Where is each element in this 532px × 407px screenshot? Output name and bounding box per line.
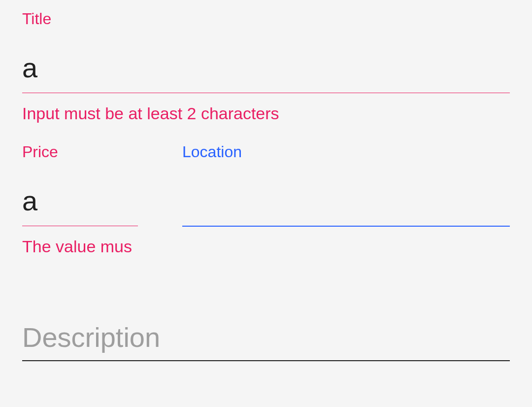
form-container: Title Input must be at least 2 character…	[0, 0, 532, 361]
description-input[interactable]	[22, 321, 510, 361]
location-label: Location	[182, 143, 510, 161]
title-error-message: Input must be at least 2 characters	[22, 104, 510, 123]
title-field-group: Title Input must be at least 2 character…	[22, 10, 510, 123]
title-label: Title	[22, 10, 510, 28]
price-input[interactable]	[22, 185, 138, 226]
location-input[interactable]	[182, 185, 510, 227]
price-label: Price	[22, 143, 138, 161]
price-location-row: Price The value mus Location	[22, 143, 510, 276]
location-field-group: Location	[182, 143, 510, 256]
description-field-group	[22, 321, 510, 361]
price-error-message: The value mus	[22, 237, 138, 256]
price-field-group: Price The value mus	[22, 143, 138, 256]
title-input[interactable]	[22, 52, 510, 93]
